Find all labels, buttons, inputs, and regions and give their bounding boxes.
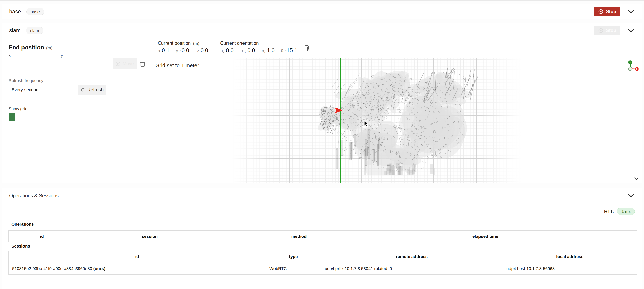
- operations-sessions-panel: Operations & Sessions RTT: 1 ms Operatio…: [2, 188, 642, 289]
- sessions-header-row: id type remote address local address: [8, 251, 637, 263]
- position-x-value: x0.1: [158, 47, 170, 54]
- chevron-down-icon: [628, 10, 634, 13]
- slam-controls-column: End position(m) x y Move: [2, 38, 151, 183]
- end-position-x-input[interactable]: [8, 58, 58, 69]
- end-position-y-input[interactable]: [61, 58, 110, 69]
- sessions-col-type: type: [266, 251, 321, 263]
- operations-col-session: session: [75, 231, 224, 242]
- move-button-label: Move: [122, 61, 134, 66]
- mouse-cursor: [364, 121, 368, 127]
- rtt-readout: RTT: 1 ms: [604, 208, 635, 215]
- map-axes-widget[interactable]: Y X: [626, 59, 640, 73]
- base-panel-header: base base Stop: [2, 4, 642, 19]
- operations-col-id: id: [8, 231, 75, 242]
- operations-collapse-button[interactable]: [627, 193, 635, 198]
- current-position-title: Current position: [158, 40, 191, 46]
- chevron-down-icon: [628, 29, 634, 32]
- orientation-theta-value: θ-15.1: [281, 47, 298, 54]
- chevron-down-icon: [628, 194, 634, 198]
- current-position-heading: Current position(m): [158, 40, 199, 46]
- delete-end-position-button[interactable]: [140, 61, 146, 67]
- operations-table: id session method elapsed time: [8, 230, 637, 242]
- operations-header-row: id session method elapsed time: [8, 231, 637, 242]
- end-position-heading: End position(m): [8, 44, 52, 51]
- operations-col-actions: [597, 231, 637, 242]
- trash-icon: [140, 61, 146, 67]
- base-type-chip: base: [26, 8, 44, 15]
- position-z-value: z0.0: [197, 47, 208, 54]
- y-field-label: y: [61, 53, 63, 58]
- copy-icon: [303, 45, 309, 52]
- end-position-title: End position: [8, 44, 44, 51]
- robot-control-page: base base Stop slam slam: [0, 0, 644, 289]
- session-id: 510815e2-93be-41f9-a90e-a884c3960d80: [12, 266, 92, 271]
- move-button-disabled[interactable]: Move: [113, 58, 136, 69]
- base-collapse-button[interactable]: [627, 9, 635, 14]
- show-grid-label: Show grid: [8, 106, 27, 111]
- stop-circle-icon: [598, 28, 604, 33]
- current-orientation-title: Current orientation: [220, 40, 259, 46]
- pose-readout-strip: Current position(m) x0.1 y-0.0 z0.0 Curr…: [151, 38, 642, 58]
- show-grid-toggle[interactable]: [8, 113, 22, 121]
- slam-stop-label: Stop: [606, 28, 616, 33]
- grid-scale-note: Grid set to 1 meter: [156, 62, 199, 69]
- sessions-col-local-address: local address: [503, 251, 637, 263]
- axis-x-label: X: [636, 68, 638, 70]
- sessions-col-id: id: [8, 251, 266, 263]
- sessions-col-remote-address: remote address: [321, 251, 503, 263]
- operations-panel-header: Operations & Sessions: [2, 188, 642, 203]
- base-panel: base base Stop: [2, 4, 642, 19]
- session-id-ours-tag: (ours): [94, 266, 106, 271]
- refresh-icon: [80, 87, 85, 92]
- current-position-unit: (m): [193, 41, 199, 45]
- operations-heading: Operations: [11, 222, 34, 227]
- base-panel-title: base: [9, 8, 21, 15]
- slam-pointcloud: [317, 68, 495, 175]
- x-field-label: x: [8, 53, 11, 58]
- orientation-oy-value: oy0.0: [242, 47, 255, 54]
- orientation-oz-value: oz1.0: [262, 47, 275, 54]
- slam-panel: slam slam Stop End positi: [2, 23, 642, 183]
- rtt-value-badge: 1 ms: [617, 208, 635, 215]
- session-local-address-cell: udp4 host 10.1.7.8:56968: [503, 263, 637, 275]
- end-position-unit: (m): [46, 45, 52, 50]
- slam-type-chip: slam: [26, 27, 43, 34]
- slam-map-region: Current position(m) x0.1 y-0.0 z0.0 Curr…: [151, 38, 642, 183]
- slam-collapse-button[interactable]: [627, 28, 635, 33]
- stop-circle-icon: [598, 9, 604, 14]
- play-circle-icon: [115, 61, 120, 66]
- operations-panel-title: Operations & Sessions: [9, 193, 58, 199]
- refresh-button[interactable]: Refresh: [78, 85, 106, 95]
- sessions-table: id type remote address local address 510…: [8, 251, 637, 275]
- slam-panel-title: slam: [9, 27, 21, 33]
- map-y-axis-line: [340, 58, 340, 183]
- sessions-heading: Sessions: [11, 244, 30, 249]
- slam-stop-button-disabled[interactable]: Stop: [594, 26, 620, 35]
- slam-map-canvas[interactable]: Grid set to 1 meter Y X: [151, 58, 642, 183]
- base-stop-label: Stop: [606, 9, 616, 14]
- slam-panel-header: slam slam Stop: [2, 23, 642, 38]
- session-remote-address-cell: udp4 prflx 10.1.7.8:53041 related :0: [321, 263, 503, 275]
- orientation-ox-value: ox0.0: [220, 47, 234, 54]
- toggle-on-segment: [9, 113, 15, 121]
- operations-col-method: method: [224, 231, 374, 242]
- refresh-frequency-select[interactable]: [8, 85, 74, 95]
- refresh-button-label: Refresh: [87, 87, 104, 93]
- session-type-cell: WebRTC: [266, 263, 321, 275]
- current-orientation-heading: Current orientation: [220, 40, 259, 46]
- refresh-frequency-label: Refresh frequency: [8, 78, 43, 83]
- robot-pose-arrow: [334, 107, 343, 114]
- map-expand-button[interactable]: [634, 178, 638, 180]
- rtt-label: RTT:: [604, 209, 614, 214]
- base-stop-button[interactable]: Stop: [594, 7, 620, 16]
- position-y-value: y-0.0: [176, 47, 189, 54]
- session-row: 510815e2-93be-41f9-a90e-a884c3960d80 (ou…: [8, 263, 637, 275]
- chevron-down-icon: [634, 178, 638, 180]
- session-id-cell: 510815e2-93be-41f9-a90e-a884c3960d80 (ou…: [8, 263, 266, 275]
- map-x-axis-line: [151, 110, 642, 110]
- copy-pose-button[interactable]: [303, 45, 309, 52]
- operations-col-elapsed-time: elapsed time: [374, 231, 597, 242]
- axis-y-label: Y: [630, 61, 631, 63]
